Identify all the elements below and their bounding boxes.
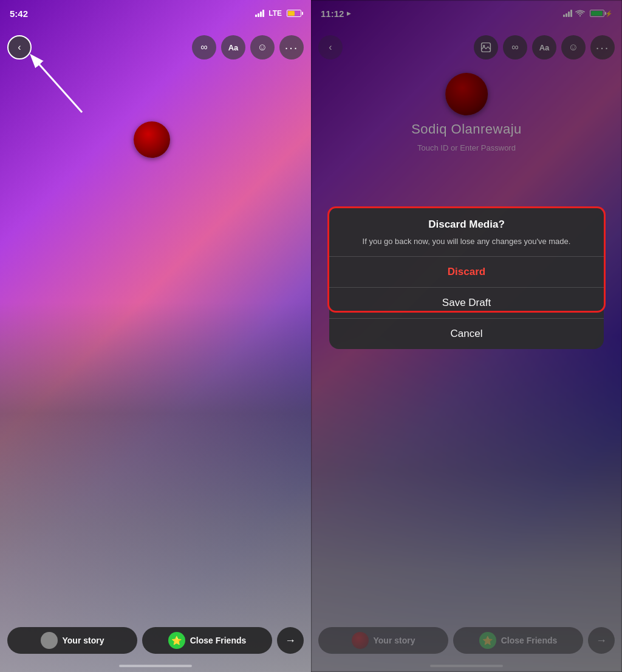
text-icon: Aa xyxy=(228,43,239,52)
rose-sticker xyxy=(134,121,170,158)
left-home-indicator xyxy=(119,665,192,667)
more-icon: ··· xyxy=(285,41,299,55)
text-button[interactable]: Aa xyxy=(221,35,245,59)
discard-button[interactable]: Discard xyxy=(329,257,604,287)
right-phone-panel: Sodiq Olanrewaju Touch ID or Enter Passw… xyxy=(311,0,622,672)
left-phone-panel: 5:42 LTE ‹ ∞ Aa xyxy=(0,0,311,672)
dialog-actions: Discard Save Draft Cancel xyxy=(329,256,604,349)
cancel-button[interactable]: Cancel xyxy=(329,319,604,349)
green-star-icon: ⭐ xyxy=(168,632,185,649)
infinity-button[interactable]: ∞ xyxy=(192,35,216,59)
your-story-button[interactable]: Your story xyxy=(7,627,137,654)
signal-bar-2 xyxy=(258,13,259,17)
lte-label: LTE xyxy=(268,9,282,18)
infinity-icon: ∞ xyxy=(200,42,207,53)
battery-icon xyxy=(287,10,301,17)
send-icon: → xyxy=(285,634,296,647)
left-time: 5:42 xyxy=(10,8,28,19)
dialog-title: Discard Media? xyxy=(341,219,592,231)
save-draft-button[interactable]: Save Draft xyxy=(329,288,604,318)
battery-fill xyxy=(288,11,295,16)
your-story-label: Your story xyxy=(63,636,104,645)
left-status-right: LTE xyxy=(255,9,301,18)
left-toolbar: ‹ ∞ Aa ☺ ··· xyxy=(0,32,311,63)
toolbar-right-group: ∞ Aa ☺ ··· xyxy=(192,35,304,59)
signal-bar-4 xyxy=(262,10,264,17)
signal-bar-1 xyxy=(255,15,257,17)
left-background xyxy=(0,0,311,672)
left-bottom-bar: Your story ⭐ Close Friends → xyxy=(0,627,311,654)
back-button[interactable]: ‹ xyxy=(7,35,32,59)
dialog-message: If you go back now, you will lose any ch… xyxy=(341,236,592,248)
close-friends-label: Close Friends xyxy=(190,636,247,645)
signal-bar-3 xyxy=(260,12,262,17)
more-button[interactable]: ··· xyxy=(279,35,304,59)
discard-media-dialog: Discard Media? If you go back now, you w… xyxy=(329,206,604,349)
sticker-icon: ☺ xyxy=(258,42,267,53)
left-status-bar: 5:42 LTE xyxy=(0,0,311,27)
sticker-button[interactable]: ☺ xyxy=(250,35,275,59)
close-friends-button[interactable]: ⭐ Close Friends xyxy=(142,627,272,654)
send-button[interactable]: → xyxy=(277,627,304,654)
left-signal-bars xyxy=(255,10,264,17)
story-avatar xyxy=(41,632,58,649)
dialog-header: Discard Media? If you go back now, you w… xyxy=(329,206,604,254)
chevron-left-icon: ‹ xyxy=(18,42,21,53)
